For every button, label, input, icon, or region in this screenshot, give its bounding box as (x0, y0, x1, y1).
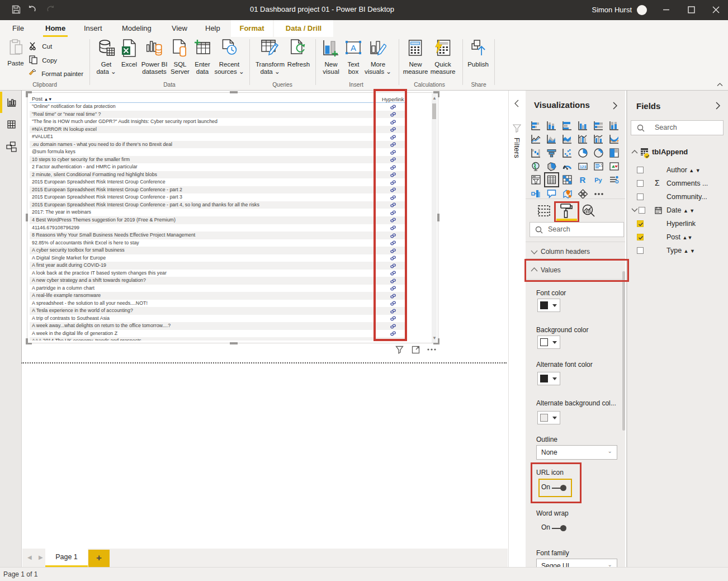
svg-text:Py: Py (594, 177, 602, 183)
svg-text:123: 123 (580, 165, 587, 169)
svg-text:R: R (580, 175, 586, 185)
svg-text:A: A (351, 43, 356, 53)
